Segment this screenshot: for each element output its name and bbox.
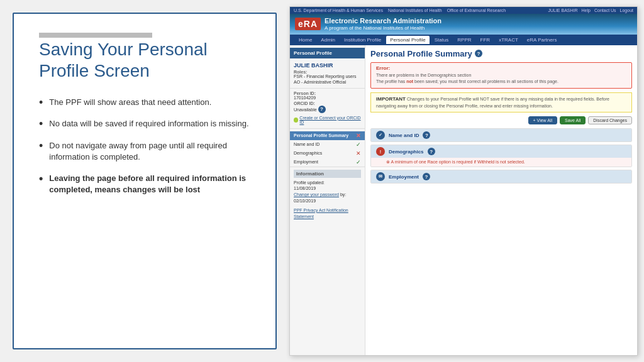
main-help-icon[interactable]: ? xyxy=(475,50,482,57)
section-demographics-header: ! Demographics ? xyxy=(371,145,631,158)
nih-label: National Institutes of Health xyxy=(388,8,442,13)
nav-home[interactable]: Home xyxy=(295,36,316,44)
era-logo-area: eRA Electronic Research Administration A… xyxy=(295,16,441,32)
hhs-label: U.S. Department of Health & Human Servic… xyxy=(294,8,383,13)
era-content: Personal Profile JULIE BASHIR Roles: FSR… xyxy=(290,45,637,355)
era-nav: Home Admin Institution Profile Personal … xyxy=(290,35,637,45)
employment-check-icon: ✓ xyxy=(356,159,361,165)
view-all-button[interactable]: + View All xyxy=(528,116,557,124)
roles-value-1: FSR - Financial Reporting users xyxy=(290,74,365,80)
info-section: Information Profile updated: 11/08/2019 … xyxy=(290,167,365,222)
era-logo: eRA xyxy=(295,18,321,30)
contact-link[interactable]: Contact Us xyxy=(594,8,616,13)
era-application: U.S. Department of Health & Human Servic… xyxy=(289,6,638,356)
sidebar-close-btn[interactable]: ✕ xyxy=(356,133,361,139)
change-password-text: Change your password by: xyxy=(294,192,361,198)
name-id-icon: ✓ xyxy=(376,131,385,140)
orcid-dot-icon xyxy=(294,118,298,123)
bullet-item-3: Do not navigate away from page until all… xyxy=(39,140,250,163)
orcid-create-link[interactable]: Create or Connect your ORCID ID xyxy=(290,114,365,126)
employment-icon: ✉ xyxy=(376,172,385,181)
section-name-id-header: ✓ Name and ID ? xyxy=(371,129,631,141)
sidebar-item-employment: Employment ✓ xyxy=(290,158,365,167)
sidebar-header: Personal Profile xyxy=(290,48,365,58)
section-employment: ✉ Employment ? xyxy=(370,170,632,184)
top-right-links: JULIE BASHIR Help Contact Us Logout xyxy=(548,8,633,13)
main-title-bar: Personal Profile Summary ? xyxy=(370,49,632,58)
nav-institution-profile[interactable]: Institution Profile xyxy=(340,36,385,44)
profile-updated-label: Profile updated: xyxy=(294,180,361,186)
change-password-link[interactable]: Change your password xyxy=(294,192,339,197)
nav-admin[interactable]: Admin xyxy=(317,36,339,44)
orcid-value: Unavailable ? xyxy=(290,106,365,114)
privacy-link[interactable]: PPF Privacy Act Notification Statement xyxy=(294,208,348,219)
name-id-help-icon[interactable]: ? xyxy=(423,131,430,139)
right-panel: U.S. Department of Health & Human Servic… xyxy=(289,6,638,356)
demographics-error-body: ⊗ A minimum of one Race option is requir… xyxy=(371,158,631,167)
era-header: eRA Electronic Research Administration A… xyxy=(290,14,637,35)
info-header: Information xyxy=(294,170,361,178)
main-title: Personal Profile Summary xyxy=(370,49,472,58)
era-toolbar: + View All Save All Discard Changes xyxy=(370,116,632,124)
era-subtitle: A program of the National Institutes of … xyxy=(325,25,441,31)
sidebar-item-name-id: Name and ID ✓ xyxy=(290,140,365,149)
error-line-1: There are problems in the Demographics s… xyxy=(376,72,626,79)
nav-era-partners[interactable]: eRA Partners xyxy=(523,36,561,44)
slide-title: Saving Your Personal Profile Screen xyxy=(39,39,250,81)
bullet-item-1: The PPF will show areas that need attent… xyxy=(39,97,250,108)
era-logo-text: Electronic Research Administration A pro… xyxy=(325,16,441,32)
sidebar-item-demographics: Demographics ✕ xyxy=(290,149,365,158)
discard-changes-button[interactable]: Discard Changes xyxy=(588,116,632,124)
name-id-check-icon: ✓ xyxy=(356,141,361,148)
era-sidebar: Personal Profile JULIE BASHIR Roles: FSR… xyxy=(290,45,365,355)
oer-label: Office of Extramural Research xyxy=(447,8,506,13)
bullet-item-2: No data will be saved if required inform… xyxy=(39,118,250,129)
error-line-2: The profile has not been saved; you must… xyxy=(376,79,626,85)
sidebar-section-title: Personal Profile Summary ✕ xyxy=(290,131,365,140)
change-password-date: 02/10/2019 xyxy=(294,198,361,204)
demographics-x-icon: ✕ xyxy=(356,150,361,156)
demographics-error-icon-small: ⊗ xyxy=(386,160,391,164)
error-title: Error: xyxy=(376,65,626,71)
divider-1 xyxy=(290,88,365,89)
gov-bar: U.S. Department of Health & Human Servic… xyxy=(290,7,637,14)
important-text: Changes to your Personal Profile will NO… xyxy=(376,97,609,108)
person-id-value: 170104209 xyxy=(290,96,365,101)
help-link[interactable]: Help xyxy=(582,8,591,13)
nav-rppr[interactable]: RPPR xyxy=(453,36,475,44)
nav-status[interactable]: Status xyxy=(431,36,453,44)
important-box: IMPORTANT Changes to your Personal Profi… xyxy=(370,92,632,113)
roles-label: Roles: xyxy=(290,70,365,74)
section-employment-header: ✉ Employment ? xyxy=(371,170,631,183)
user-name-top: JULIE BASHIR xyxy=(548,8,577,13)
logout-link[interactable]: Logout xyxy=(620,8,633,13)
orcid-label: ORCID ID: xyxy=(290,101,365,106)
section-name-id: ✓ Name and ID ? xyxy=(370,128,632,142)
save-all-button[interactable]: Save All xyxy=(560,116,586,124)
left-panel: Saving Your Personal Profile Screen The … xyxy=(13,13,277,349)
divider-2 xyxy=(290,128,365,129)
roles-value-2: AO - Administrative Official xyxy=(290,80,365,85)
important-title: IMPORTANT xyxy=(376,96,406,102)
bullet-item-4: Leaving the page before all required inf… xyxy=(39,173,250,195)
bullet-list: The PPF will show areas that need attent… xyxy=(39,97,250,206)
nav-personal-profile[interactable]: Personal Profile xyxy=(386,36,429,44)
nav-xtract[interactable]: xTRACT xyxy=(495,36,522,44)
person-id-label: Person ID: xyxy=(290,91,365,96)
section-demographics: ! Demographics ? ⊗ A minimum of one Race… xyxy=(370,145,632,167)
demographics-help-icon[interactable]: ? xyxy=(428,148,435,155)
top-accent-bar xyxy=(39,33,152,38)
nav-ffr[interactable]: FFR xyxy=(477,36,494,44)
demographics-error-icon: ! xyxy=(376,147,385,156)
profile-updated-value: 11/08/2019 xyxy=(294,185,361,192)
employment-help-icon[interactable]: ? xyxy=(423,173,430,180)
sidebar-user-name: JULIE BASHIR xyxy=(290,61,365,70)
era-main: Personal Profile Summary ? Error: There … xyxy=(365,45,637,355)
orcid-help-icon[interactable]: ? xyxy=(318,106,326,113)
era-title: Electronic Research Administration xyxy=(325,16,441,25)
error-box: Error: There are problems in the Demogra… xyxy=(370,62,632,89)
